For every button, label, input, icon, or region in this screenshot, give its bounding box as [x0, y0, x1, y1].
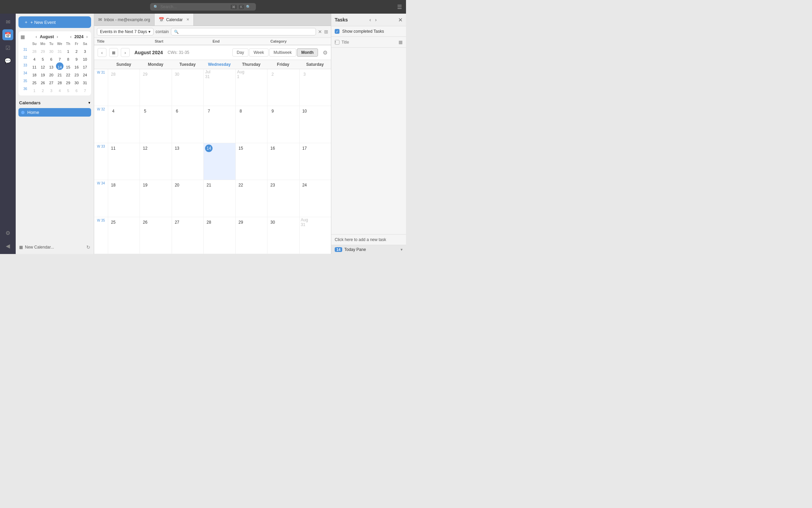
- sidebar-item-calendar[interactable]: 📅: [2, 29, 13, 40]
- mini-day[interactable]: 19: [39, 70, 47, 78]
- mini-day[interactable]: 20: [47, 70, 55, 78]
- sidebar-item-chat[interactable]: 💬: [2, 55, 13, 66]
- task-checkbox[interactable]: !: [335, 40, 339, 45]
- tasks-next-button[interactable]: ›: [374, 16, 378, 23]
- mini-day[interactable]: 22: [64, 70, 72, 78]
- mini-day[interactable]: 10: [81, 55, 89, 62]
- mini-day[interactable]: 11: [31, 62, 38, 70]
- search-submit-icon[interactable]: 🔍: [246, 5, 251, 9]
- search-input[interactable]: [160, 4, 229, 9]
- month-cell[interactable]: 10: [299, 106, 331, 143]
- month-cell[interactable]: 16: [267, 143, 299, 180]
- month-cell[interactable]: 4: [108, 106, 140, 143]
- task-calendar-icon[interactable]: ▦: [398, 40, 403, 45]
- mini-day[interactable]: 21: [56, 70, 63, 78]
- mini-day[interactable]: 9: [73, 55, 80, 62]
- mini-day[interactable]: 6: [73, 86, 80, 93]
- mini-day[interactable]: 13: [47, 62, 55, 70]
- week-num-35[interactable]: W 35: [94, 217, 108, 254]
- month-cell[interactable]: 26: [140, 217, 171, 254]
- mini-day[interactable]: 18: [31, 70, 38, 78]
- mini-day[interactable]: 5: [39, 55, 47, 62]
- month-cell[interactable]: 6: [172, 106, 203, 143]
- mini-day[interactable]: 8: [64, 55, 72, 62]
- mini-week-34[interactable]: 34: [20, 70, 30, 78]
- month-cell[interactable]: 29: [140, 69, 171, 106]
- cal-next-button[interactable]: ›: [121, 48, 130, 57]
- month-cell[interactable]: 22: [235, 180, 267, 216]
- month-cell[interactable]: 19: [140, 180, 171, 216]
- mini-day[interactable]: 26: [39, 78, 47, 86]
- cal-prev-button[interactable]: ‹: [98, 48, 106, 57]
- month-cell-today[interactable]: 14: [203, 143, 235, 180]
- mini-day[interactable]: 30: [73, 78, 80, 86]
- month-cell[interactable]: Jul 31: [203, 69, 235, 106]
- mini-day-today[interactable]: 14: [56, 62, 63, 70]
- mini-day[interactable]: 30: [47, 47, 55, 54]
- sync-icon[interactable]: ↻: [86, 244, 90, 250]
- mini-cal-prev-month[interactable]: ‹: [34, 33, 38, 40]
- filter-search[interactable]: 🔍: [171, 28, 316, 35]
- mini-day[interactable]: 29: [39, 47, 47, 54]
- month-cell[interactable]: 9: [267, 106, 299, 143]
- cal-tab-week[interactable]: Week: [249, 48, 268, 57]
- mini-cal-next-month[interactable]: ›: [55, 33, 59, 40]
- cal-today-button[interactable]: ▦: [109, 48, 118, 57]
- cal-tab-day[interactable]: Day: [232, 48, 248, 57]
- month-cell[interactable]: 28: [203, 217, 235, 254]
- month-cell[interactable]: 2: [267, 69, 299, 106]
- add-task-button[interactable]: Click here to add a new task: [335, 237, 403, 242]
- sidebar-item-tasks[interactable]: ☑: [2, 42, 13, 53]
- sidebar-item-settings[interactable]: ⚙: [2, 227, 13, 238]
- mini-day[interactable]: 23: [73, 70, 80, 78]
- month-cell[interactable]: 28: [108, 69, 140, 106]
- mini-cal-next-year[interactable]: ›: [85, 33, 89, 40]
- calendar-item-home[interactable]: Home: [18, 108, 91, 117]
- month-cell[interactable]: 8: [235, 106, 267, 143]
- month-cell[interactable]: 27: [172, 217, 203, 254]
- mini-day[interactable]: 29: [64, 78, 72, 86]
- mini-day[interactable]: 7: [56, 55, 63, 62]
- month-cell[interactable]: 5: [140, 106, 171, 143]
- sidebar-item-collapse[interactable]: ◀: [2, 240, 13, 251]
- mini-week-33[interactable]: 33: [20, 62, 30, 70]
- show-completed-checkbox[interactable]: ✓: [335, 29, 339, 34]
- mini-week-31[interactable]: 31: [20, 47, 30, 54]
- week-num-32[interactable]: W 32: [94, 106, 108, 143]
- week-num-33[interactable]: W 33: [94, 143, 108, 180]
- mini-cal-prev-year[interactable]: ‹: [69, 33, 73, 40]
- mini-day[interactable]: 1: [31, 86, 38, 93]
- month-cell[interactable]: 25: [108, 217, 140, 254]
- mini-day[interactable]: 4: [31, 55, 38, 62]
- month-cell[interactable]: 17: [299, 143, 331, 180]
- month-cell[interactable]: 7: [203, 106, 235, 143]
- mini-day[interactable]: 15: [64, 62, 72, 70]
- today-pane-bar[interactable]: 14 Today Pane ▾: [331, 245, 406, 254]
- task-title-input[interactable]: [342, 40, 396, 45]
- mini-day[interactable]: 25: [31, 78, 38, 86]
- mini-day[interactable]: 27: [47, 78, 55, 86]
- month-cell[interactable]: 24: [299, 180, 331, 216]
- cal-tab-multiweek[interactable]: Multiweek: [269, 48, 296, 57]
- month-cell[interactable]: 3: [299, 69, 331, 106]
- tasks-prev-button[interactable]: ‹: [368, 16, 373, 23]
- tasks-close-button[interactable]: ✕: [398, 17, 403, 23]
- filter-clear-icon[interactable]: ✕: [318, 29, 322, 34]
- month-cell[interactable]: 21: [203, 180, 235, 216]
- mini-day[interactable]: 12: [39, 62, 47, 70]
- mini-day[interactable]: 17: [81, 62, 89, 70]
- month-cell[interactable]: Aug 31: [299, 217, 331, 254]
- week-num-34[interactable]: W 34: [94, 180, 108, 216]
- mini-week-35[interactable]: 35: [20, 78, 30, 86]
- filter-columns-icon[interactable]: ⊞: [324, 29, 328, 34]
- mini-day[interactable]: 5: [64, 86, 72, 93]
- mini-cal-grid-icon[interactable]: ▦: [20, 34, 25, 40]
- month-cell[interactable]: 11: [108, 143, 140, 180]
- hamburger-icon[interactable]: ☰: [397, 4, 402, 10]
- mini-day[interactable]: 28: [56, 78, 63, 86]
- search-bar[interactable]: 🔍 ⌘ K 🔍: [150, 3, 256, 11]
- month-cell[interactable]: 30: [267, 217, 299, 254]
- month-cell[interactable]: 18: [108, 180, 140, 216]
- month-cell[interactable]: 30: [172, 69, 203, 106]
- filter-search-input[interactable]: [181, 29, 313, 34]
